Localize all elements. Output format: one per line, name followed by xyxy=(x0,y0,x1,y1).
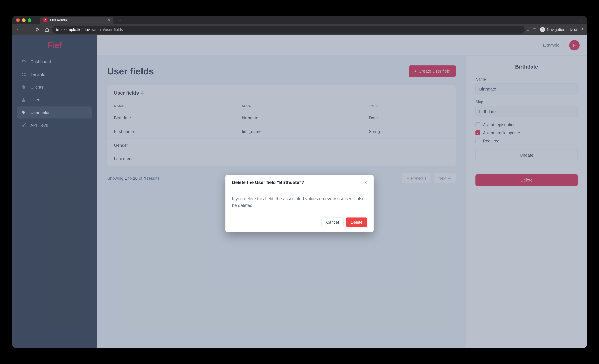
incognito-badge[interactable]: Navigation privée xyxy=(539,26,578,33)
reload-button[interactable]: ⟳ xyxy=(33,26,42,34)
browser-window: F Fief Admin × + ⌄ ← → ⟳ example.fief.de… xyxy=(12,16,587,348)
new-tab-button[interactable]: + xyxy=(118,17,121,23)
url-domain: example.fief.dev xyxy=(61,27,90,32)
panel-icon[interactable] xyxy=(533,28,537,32)
minimize-window-icon[interactable] xyxy=(22,18,26,22)
home-button[interactable] xyxy=(43,26,51,34)
titlebar: F Fief Admin × + ⌄ xyxy=(12,16,587,24)
delete-confirmation-modal: Delete the User field "Birthdate"? × If … xyxy=(225,175,374,232)
svg-rect-0 xyxy=(533,28,536,31)
chevron-down-icon[interactable]: ⌄ xyxy=(580,18,583,22)
forward-button[interactable]: → xyxy=(24,26,32,34)
maximize-window-icon[interactable] xyxy=(28,18,31,22)
app-root: Fief Dashboard Tenants Clients Users xyxy=(12,35,587,348)
confirm-delete-button[interactable]: Delete xyxy=(346,217,367,227)
incognito-icon xyxy=(540,27,545,32)
modal-title: Delete the User field "Birthdate"? xyxy=(232,180,304,185)
modal-body: If you delete this field, the associated… xyxy=(225,190,374,214)
close-icon[interactable]: × xyxy=(364,180,367,185)
modal-header: Delete the User field "Birthdate"? × xyxy=(225,175,374,190)
modal-overlay[interactable]: Delete the User field "Birthdate"? × If … xyxy=(12,35,587,348)
modal-footer: Cancel Delete xyxy=(225,214,374,232)
incognito-label: Navigation privée xyxy=(547,27,577,32)
star-icon[interactable]: ☆ xyxy=(526,27,530,32)
browser-tab[interactable]: F Fief Admin × xyxy=(40,17,114,24)
address-bar: ← → ⟳ example.fief.dev/admin/user-fields… xyxy=(12,24,587,35)
favicon-icon: F xyxy=(44,18,47,22)
close-window-icon[interactable] xyxy=(16,18,20,22)
window-controls xyxy=(16,18,31,22)
back-button[interactable]: ← xyxy=(15,26,23,34)
url-path: /admin/user-fields xyxy=(92,27,123,32)
lock-icon xyxy=(55,28,59,31)
close-tab-icon[interactable]: × xyxy=(108,18,110,22)
cancel-button[interactable]: Cancel xyxy=(321,217,344,227)
menu-icon[interactable]: ⋮ xyxy=(581,27,584,32)
tab-title: Fief Admin xyxy=(50,18,67,22)
url-input[interactable]: example.fief.dev/admin/user-fields xyxy=(52,26,525,34)
